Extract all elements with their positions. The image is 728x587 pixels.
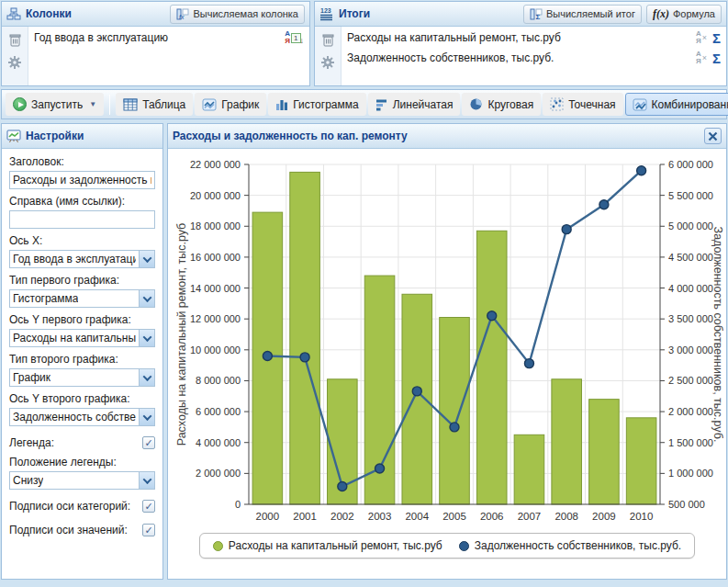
view-histogram-button[interactable]: Гистограмма bbox=[268, 93, 365, 116]
settings-panel-title: Настройки bbox=[26, 130, 84, 142]
legend-swatch-line bbox=[459, 541, 469, 551]
type2-select[interactable]: График bbox=[9, 368, 155, 387]
svg-text:10 000 000: 10 000 000 bbox=[189, 344, 240, 356]
legend-check-row: Легенда: ✓ bbox=[9, 436, 155, 449]
view-table-button[interactable]: Таблица bbox=[116, 93, 193, 116]
svg-text:2 000 000: 2 000 000 bbox=[668, 406, 713, 417]
bar-chart-icon bbox=[375, 98, 388, 111]
type2-value: График bbox=[13, 371, 50, 384]
delete-total-button[interactable] bbox=[319, 31, 336, 48]
calc-total-button[interactable]: Σ Вычисляемый итог bbox=[523, 5, 642, 24]
columns-tool-strip bbox=[2, 27, 28, 85]
total-item-label: Задолженность собственников, тыс.руб. bbox=[347, 51, 690, 64]
chart-panel-title: Расходы и задолженность по кап. ремонту bbox=[173, 130, 408, 142]
chevron-down-icon bbox=[142, 293, 151, 302]
delete-column-button[interactable] bbox=[6, 31, 23, 48]
view-bar-chart-button[interactable]: Линейчатая bbox=[368, 93, 461, 116]
dropdown-trigger[interactable] bbox=[139, 472, 154, 489]
field-type2: Тип второго графика: График bbox=[9, 353, 155, 387]
aggregate-sigma-button[interactable]: Σ bbox=[712, 51, 721, 65]
totals-panel-body: Расходы на капитальный ремонт, тыс.руб А… bbox=[315, 27, 726, 85]
dropdown-trigger[interactable] bbox=[139, 409, 154, 425]
totals-tool-strip bbox=[315, 27, 342, 85]
axis-y1-select[interactable]: Расходы на капитальный р bbox=[9, 329, 155, 347]
legend-checkbox[interactable]: ✓ bbox=[142, 436, 155, 449]
formula-button[interactable]: f(x) Формула bbox=[646, 5, 722, 24]
gear-icon bbox=[320, 55, 335, 70]
svg-text:4 000 000: 4 000 000 bbox=[196, 437, 241, 448]
help-field-label: Справка (имя ссылки): bbox=[9, 195, 155, 208]
legend-label-bars: Расходы на капитальный ремонт, тыс.руб bbox=[229, 539, 442, 552]
axis-y2-value: Задолженность собственн bbox=[13, 411, 136, 423]
axis-x-value: Год ввода в эксплуатацию bbox=[13, 253, 136, 265]
svg-text:2006: 2006 bbox=[479, 511, 503, 522]
calc-total-label: Вычисляемый итог bbox=[546, 8, 635, 19]
axis-y1-label: Ось Y первого графика: bbox=[9, 313, 155, 326]
pie-chart-icon bbox=[469, 97, 483, 111]
svg-text:2001: 2001 bbox=[293, 511, 317, 522]
axis-y1-value: Расходы на капитальный р bbox=[13, 332, 136, 344]
svg-text:8 000 000: 8 000 000 bbox=[196, 375, 241, 386]
type1-select[interactable]: Гистограмма bbox=[9, 289, 155, 308]
total-settings-button[interactable] bbox=[319, 54, 336, 71]
run-button[interactable]: Запустить ▼ bbox=[6, 93, 104, 116]
value-labels-label: Подписи оси значений: bbox=[9, 524, 128, 536]
dropdown-trigger[interactable] bbox=[139, 369, 154, 386]
legend-item-bars: Расходы на капитальный ремонт, тыс.руб bbox=[213, 539, 442, 552]
legend-pos-select[interactable]: Снизу bbox=[9, 471, 155, 490]
trash-icon bbox=[322, 33, 334, 47]
axis-y2-select[interactable]: Задолженность собственн bbox=[9, 408, 155, 426]
chevron-down-icon bbox=[142, 254, 151, 263]
value-labels-check-row: Подписи оси значений: ✓ bbox=[9, 524, 155, 536]
axis-x-select[interactable]: Год ввода в эксплуатацию bbox=[9, 250, 155, 268]
total-item[interactable]: Задолженность собственников, тыс.руб. АЯ… bbox=[347, 51, 721, 65]
svg-text:16 000 000: 16 000 000 bbox=[189, 252, 240, 263]
calc-column-button[interactable]: fx Вычисляемая колонка bbox=[170, 5, 305, 24]
legend-item-line: Задолженность собственников, тыс.руб. bbox=[459, 539, 681, 552]
dropdown-trigger[interactable] bbox=[139, 290, 154, 307]
view-line-chart-button[interactable]: График bbox=[195, 93, 266, 116]
view-scatter-button[interactable]: Точечная bbox=[543, 93, 622, 116]
collapse-x-icon bbox=[708, 131, 718, 141]
type2-label: Тип второго графика: bbox=[9, 353, 155, 366]
run-label: Запустить bbox=[31, 98, 83, 111]
run-dropdown-caret[interactable]: ▼ bbox=[89, 100, 96, 108]
value-labels-checkbox[interactable]: ✓ bbox=[142, 524, 155, 536]
columns-list: Год ввода в эксплуатацию АЯ 1 ↓ bbox=[28, 27, 309, 85]
category-labels-checkbox[interactable]: ✓ bbox=[142, 500, 155, 513]
org-chart-icon bbox=[6, 7, 21, 21]
svg-text:Задолженность собственников, т: Задолженность собственников, тыс.руб. bbox=[711, 227, 723, 443]
app-root: Колонки fx Вычисляемая колонка bbox=[0, 0, 728, 587]
top-row: Колонки fx Вычисляемая колонка bbox=[1, 1, 727, 86]
dropdown-trigger[interactable] bbox=[139, 251, 154, 267]
dropdown-trigger[interactable] bbox=[139, 330, 154, 346]
sort-ascending-icon[interactable]: АЯ 1 ↓ bbox=[285, 30, 304, 45]
view-scatter-label: Точечная bbox=[568, 98, 615, 111]
legend-label-line: Задолженность собственников, тыс.руб. bbox=[475, 539, 681, 552]
column-settings-button[interactable] bbox=[6, 54, 23, 71]
sort-x-icon: × bbox=[702, 33, 707, 42]
fx-icon: f(x) bbox=[653, 7, 669, 21]
svg-text:6 000 000: 6 000 000 bbox=[668, 159, 713, 170]
total-item[interactable]: Расходы на капитальный ремонт, тыс.руб А… bbox=[347, 30, 721, 45]
columns-panel-header: Колонки fx Вычисляемая колонка bbox=[2, 2, 309, 27]
category-labels-label: Подписи оси категорий: bbox=[9, 500, 130, 513]
view-pie-chart-button[interactable]: Круговая bbox=[462, 93, 541, 116]
chart-legend: Расходы на капитальный ремонт, тыс.руб З… bbox=[199, 533, 695, 559]
aggregate-sigma-button[interactable]: Σ bbox=[712, 31, 721, 45]
combo-chart-icon bbox=[633, 98, 647, 111]
table-icon bbox=[123, 98, 138, 111]
help-input[interactable] bbox=[9, 210, 155, 229]
main-toolbar: Запустить ▼ Таблица График bbox=[1, 89, 727, 119]
svg-text:fx: fx bbox=[179, 13, 185, 19]
calc-column-icon: fx bbox=[176, 8, 189, 20]
scatter-icon bbox=[550, 97, 564, 111]
column-item[interactable]: Год ввода в эксплуатацию АЯ 1 ↓ bbox=[34, 30, 304, 45]
sort-none-icon[interactable]: АЯ × bbox=[696, 30, 707, 45]
collapse-button[interactable] bbox=[704, 128, 722, 144]
view-combo-chart-button[interactable]: Комбинированная bbox=[625, 93, 728, 116]
sort-none-icon[interactable]: АЯ × bbox=[696, 51, 707, 65]
title-input[interactable] bbox=[9, 171, 155, 189]
svg-text:2005: 2005 bbox=[442, 511, 466, 522]
svg-text:2002: 2002 bbox=[330, 511, 354, 522]
